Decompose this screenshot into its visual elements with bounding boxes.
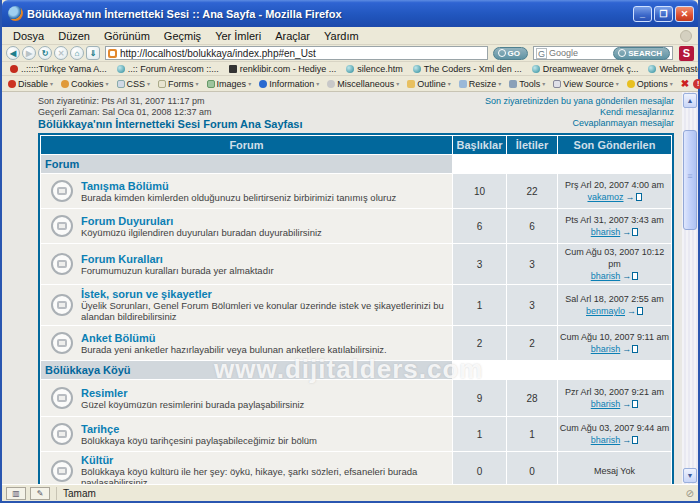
forum-link[interactable]: Anket Bölümü xyxy=(81,332,387,344)
forum-link[interactable]: İstek, sorun ve şikayetler xyxy=(81,288,448,300)
lastpost-date: Pts Arl 31, 2007 3:43 am xyxy=(565,215,664,225)
go-button[interactable]: GO xyxy=(493,47,528,60)
link-new-posts[interactable]: Son ziyaretinizden bu yana gönderilen me… xyxy=(485,96,674,107)
forum-row: Forum Duyuruları Köyümüzü ilgilendiren d… xyxy=(41,209,671,243)
search-input[interactable] xyxy=(549,48,613,58)
menu-yerimleri[interactable]: Yer İmleri xyxy=(208,29,268,43)
goto-lastpost-icon[interactable]: → xyxy=(622,398,638,410)
link-unanswered[interactable]: Cevaplanmayan mesajlar xyxy=(485,118,674,129)
devbar-outline[interactable]: Outline▾ xyxy=(407,79,451,89)
posts-count: 28 xyxy=(507,380,557,416)
bookmark-item[interactable]: ..:: Forum Arescom ::... xyxy=(117,64,219,74)
forum-link[interactable]: Forum Kuralları xyxy=(81,253,274,265)
bookmark-item[interactable]: silence.htm xyxy=(346,64,403,74)
category-row: Bölükkaya Köyü xyxy=(41,361,671,379)
col-header-lastpost: Son Gönderilen xyxy=(558,136,671,154)
col-header-posts: İletiler xyxy=(507,136,557,154)
url-bar xyxy=(105,46,488,60)
posts-count: 0 xyxy=(507,452,557,484)
menu-duzen[interactable]: Düzen xyxy=(51,29,97,43)
url-input[interactable] xyxy=(120,48,485,59)
posts-count: 2 xyxy=(507,326,557,360)
home-button[interactable]: ⌂ xyxy=(70,46,84,60)
devbar-miscellaneous[interactable]: Miscellaneous▾ xyxy=(327,79,399,89)
devbar-resize[interactable]: Resize▾ xyxy=(459,79,502,89)
posts-count: 1 xyxy=(507,417,557,451)
goto-lastpost-icon[interactable]: → xyxy=(626,191,642,203)
bookmark-item[interactable]: Dreamweaver örnek ç... xyxy=(532,64,639,74)
navigation-toolbar: ◀ ▶ ↻ ✕ ⌂ ⇓ GO G SEARCH S xyxy=(2,45,698,62)
forum-link[interactable]: Forum Duyuruları xyxy=(81,215,322,227)
devbar-forms[interactable]: Forms▾ xyxy=(158,79,199,89)
devbar-options[interactable]: Options▾ xyxy=(627,79,673,89)
devbar-view-source[interactable]: View Source▾ xyxy=(553,79,618,89)
goto-lastpost-icon[interactable]: → xyxy=(622,343,638,355)
minimize-button[interactable]: _ xyxy=(633,6,652,22)
lastpost-user-link[interactable]: bharish xyxy=(591,271,621,281)
goto-lastpost-icon[interactable]: → xyxy=(622,434,638,446)
error-x-icon[interactable]: ✖ xyxy=(681,78,689,89)
scroll-thumb[interactable] xyxy=(683,130,697,230)
forum-link[interactable]: Kültür xyxy=(81,454,448,466)
menu-gorunum[interactable]: Görünüm xyxy=(97,29,157,43)
bookmark-icon xyxy=(10,65,18,73)
extension-button[interactable]: ⇓ xyxy=(86,46,100,60)
menu-yardim[interactable]: Yardım xyxy=(317,29,366,43)
topics-count: 3 xyxy=(453,244,506,284)
bookmark-item[interactable]: Webmaster Sitesi - w... xyxy=(648,64,698,74)
forum-row: Tarihçe Bölükkaya köyü tarihçesini payla… xyxy=(41,417,671,451)
statusbar-edit-icon[interactable]: ✎ xyxy=(30,487,50,500)
forward-button[interactable]: ▶ xyxy=(22,46,36,60)
devbar-tools[interactable]: Tools▾ xyxy=(509,79,545,89)
vertical-scrollbar[interactable]: ▲ ▼ xyxy=(682,92,698,484)
scroll-up-button[interactable]: ▲ xyxy=(683,93,697,108)
lastpost-user-link[interactable]: bharish xyxy=(591,399,621,409)
posts-count: 6 xyxy=(507,209,557,243)
lastpost-user-link[interactable]: bharish xyxy=(591,344,621,354)
goto-lastpost-icon[interactable]: → xyxy=(622,226,638,238)
forum-description: Bölükkaya köyü tarihçesini paylaşabilece… xyxy=(81,435,317,446)
statusbar-chart-icon[interactable]: ▥ xyxy=(6,487,26,500)
lastpost-user-link[interactable]: bharish xyxy=(591,227,621,237)
current-time-text: Geçerli Zaman: Sal Oca 01, 2008 12:37 am xyxy=(38,107,302,118)
error-count-icon[interactable]: ! xyxy=(693,79,700,89)
devbar-information[interactable]: Information▾ xyxy=(259,79,319,89)
goto-lastpost-icon[interactable]: → xyxy=(627,305,643,317)
browser-viewport: Son ziyaretiniz: Pts Arl 31, 2007 11:17 … xyxy=(2,92,698,484)
menu-gecmis[interactable]: Geçmiş xyxy=(157,29,208,43)
reload-button[interactable]: ↻ xyxy=(38,46,52,60)
bookmark-item[interactable]: The Coders - Xml den ... xyxy=(413,64,522,74)
menu-araclar[interactable]: Araçlar xyxy=(268,29,317,43)
topics-count: 1 xyxy=(453,417,506,451)
back-button[interactable]: ◀ xyxy=(6,46,20,60)
bookmark-item[interactable]: ..:::::Türkçe Yama A... xyxy=(10,64,107,74)
forum-link[interactable]: Tanışma Bölümü xyxy=(81,180,396,192)
category-title[interactable]: Forum xyxy=(41,155,452,173)
link-own-posts[interactable]: Kendi mesajlarınız xyxy=(485,107,674,118)
lastpost-user-link[interactable]: vakamoz xyxy=(587,192,623,202)
devbar-disable[interactable]: Disable▾ xyxy=(8,79,53,89)
category-title[interactable]: Bölükkaya Köyü xyxy=(41,361,452,379)
webdeveloper-status-icon[interactable]: ⊘ xyxy=(686,488,694,499)
scroll-down-button[interactable]: ▼ xyxy=(683,468,697,483)
folder-icon xyxy=(51,332,73,354)
forum-link[interactable]: Resimler xyxy=(81,387,304,399)
devbar-cookies[interactable]: Cookies▾ xyxy=(61,79,109,89)
menu-dosya[interactable]: Dosya xyxy=(6,29,51,43)
restore-button[interactable]: ❐ xyxy=(654,6,673,22)
bookmark-icon xyxy=(117,65,125,73)
devbar-css[interactable]: CSS▾ xyxy=(117,79,151,89)
forum-link[interactable]: Tarihçe xyxy=(81,423,317,435)
css-icon xyxy=(117,80,125,88)
throbber-icon xyxy=(680,30,692,42)
search-button[interactable]: SEARCH xyxy=(613,47,670,60)
bookmark-item[interactable]: renklibir.com - Hediye ... xyxy=(229,64,337,74)
status-bar: ▥ ✎ Tamam ⊘ xyxy=(2,484,698,501)
lastpost-user-link[interactable]: benmaylo xyxy=(586,306,625,316)
close-button[interactable]: ✕ xyxy=(675,6,694,22)
view-source-icon xyxy=(553,80,561,88)
devbar-images[interactable]: Images▾ xyxy=(207,79,252,89)
stop-button[interactable]: ✕ xyxy=(54,46,68,60)
goto-lastpost-icon[interactable]: → xyxy=(622,270,638,282)
lastpost-user-link[interactable]: bharish xyxy=(591,435,621,445)
